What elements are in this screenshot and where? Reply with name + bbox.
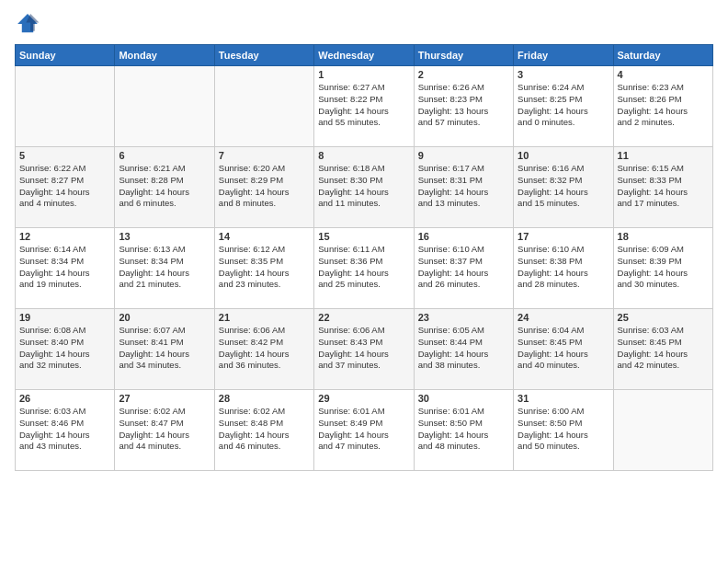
cell-line: and 21 minutes. [119, 279, 181, 289]
cell-line: Sunrise: 6:02 AM [219, 406, 285, 416]
cell-content: Sunrise: 6:26 AMSunset: 8:23 PMDaylight:… [418, 82, 509, 129]
weekday-header: Thursday [414, 45, 513, 66]
cell-content: Sunrise: 6:06 AMSunset: 8:43 PMDaylight:… [318, 325, 409, 372]
cell-line: Daylight: 14 hours [618, 349, 688, 359]
calendar-cell: 9Sunrise: 6:17 AMSunset: 8:31 PMDaylight… [414, 147, 513, 228]
cell-line: Daylight: 13 hours [418, 106, 489, 116]
calendar-week-row: 19Sunrise: 6:08 AMSunset: 8:40 PMDayligh… [16, 309, 713, 390]
day-number: 15 [318, 231, 409, 242]
cell-line: and 47 minutes. [318, 441, 381, 451]
cell-line: and 43 minutes. [19, 441, 82, 451]
day-number: 24 [518, 312, 609, 323]
day-number: 9 [418, 150, 509, 161]
cell-line: and 46 minutes. [219, 441, 281, 451]
cell-line: Sunset: 8:32 PM [518, 175, 582, 185]
cell-line: Daylight: 14 hours [219, 268, 290, 278]
cell-line: Sunrise: 6:17 AM [418, 163, 484, 173]
cell-line: Sunrise: 6:11 AM [318, 244, 384, 254]
cell-line: Sunrise: 6:08 AM [19, 325, 85, 335]
day-number: 16 [418, 231, 509, 242]
cell-content: Sunrise: 6:01 AMSunset: 8:49 PMDaylight:… [318, 406, 409, 453]
cell-line: Sunset: 8:40 PM [19, 337, 84, 347]
day-number: 23 [418, 312, 509, 323]
calendar-cell: 19Sunrise: 6:08 AMSunset: 8:40 PMDayligh… [16, 309, 115, 390]
day-number: 28 [219, 393, 310, 404]
calendar-week-row: 26Sunrise: 6:03 AMSunset: 8:46 PMDayligh… [16, 390, 713, 471]
day-number: 21 [219, 312, 310, 323]
day-number: 18 [618, 231, 709, 242]
day-number: 8 [318, 150, 409, 161]
calendar-cell: 2Sunrise: 6:26 AMSunset: 8:23 PMDaylight… [414, 66, 513, 147]
cell-line: Sunset: 8:26 PM [618, 94, 682, 104]
calendar-cell: 11Sunrise: 6:15 AMSunset: 8:33 PMDayligh… [613, 147, 712, 228]
cell-line: Daylight: 14 hours [318, 106, 389, 116]
calendar-cell [16, 66, 115, 147]
cell-content: Sunrise: 6:11 AMSunset: 8:36 PMDaylight:… [318, 244, 409, 291]
cell-line: Sunset: 8:30 PM [318, 175, 382, 185]
cell-line: Sunrise: 6:24 AM [518, 82, 584, 92]
cell-line: Sunset: 8:39 PM [618, 256, 682, 266]
weekday-header: Sunday [16, 45, 115, 66]
logo-icon [15, 11, 40, 37]
cell-line: Sunrise: 6:20 AM [219, 163, 285, 173]
cell-content: Sunrise: 6:04 AMSunset: 8:45 PMDaylight:… [518, 325, 609, 372]
cell-line: and 42 minutes. [618, 360, 680, 370]
cell-line: and 4 minutes. [19, 198, 76, 208]
logo [15, 11, 44, 37]
day-number: 31 [518, 393, 609, 404]
calendar-cell: 22Sunrise: 6:06 AMSunset: 8:43 PMDayligh… [314, 309, 414, 390]
day-number: 7 [219, 150, 310, 161]
calendar-cell [214, 66, 313, 147]
cell-line: Sunset: 8:37 PM [418, 256, 483, 266]
cell-line: Sunset: 8:23 PM [418, 94, 483, 104]
cell-line: Daylight: 14 hours [418, 268, 489, 278]
calendar-cell: 24Sunrise: 6:04 AMSunset: 8:45 PMDayligh… [514, 309, 613, 390]
cell-line: Daylight: 14 hours [418, 187, 489, 197]
day-number: 6 [119, 150, 210, 161]
cell-line: Sunrise: 6:15 AM [618, 163, 684, 173]
cell-content: Sunrise: 6:16 AMSunset: 8:32 PMDaylight:… [518, 163, 609, 210]
calendar-body: 1Sunrise: 6:27 AMSunset: 8:22 PMDaylight… [16, 66, 713, 471]
cell-line: Sunset: 8:25 PM [518, 94, 582, 104]
weekday-header: Tuesday [214, 45, 313, 66]
cell-content: Sunrise: 6:07 AMSunset: 8:41 PMDaylight:… [119, 325, 210, 372]
cell-line: and 6 minutes. [119, 198, 176, 208]
cell-line: Daylight: 14 hours [518, 187, 588, 197]
cell-line: and 2 minutes. [618, 117, 675, 127]
weekday-header: Saturday [613, 45, 712, 66]
cell-line: Daylight: 14 hours [418, 349, 489, 359]
cell-line: Daylight: 14 hours [119, 349, 189, 359]
cell-line: Sunrise: 6:06 AM [219, 325, 285, 335]
day-number: 17 [518, 231, 609, 242]
cell-line: Sunrise: 6:07 AM [119, 325, 185, 335]
cell-line: Sunset: 8:49 PM [318, 418, 382, 428]
cell-line: Daylight: 14 hours [518, 106, 588, 116]
cell-content: Sunrise: 6:08 AMSunset: 8:40 PMDaylight:… [19, 325, 110, 372]
cell-line: Sunset: 8:38 PM [518, 256, 582, 266]
cell-line: Sunset: 8:43 PM [318, 337, 382, 347]
cell-content: Sunrise: 6:03 AMSunset: 8:46 PMDaylight:… [19, 406, 110, 453]
cell-line: Sunrise: 6:26 AM [418, 82, 484, 92]
calendar-cell: 7Sunrise: 6:20 AMSunset: 8:29 PMDaylight… [214, 147, 313, 228]
cell-content: Sunrise: 6:21 AMSunset: 8:28 PMDaylight:… [119, 163, 210, 210]
calendar-cell: 16Sunrise: 6:10 AMSunset: 8:37 PMDayligh… [414, 228, 513, 309]
cell-line: and 38 minutes. [418, 360, 481, 370]
cell-line: Daylight: 14 hours [19, 430, 90, 440]
header [15, 11, 713, 37]
weekday-header: Friday [514, 45, 613, 66]
cell-line: Sunrise: 6:04 AM [518, 325, 584, 335]
cell-line: and 0 minutes. [518, 117, 574, 127]
cell-line: Sunset: 8:45 PM [618, 337, 682, 347]
cell-line: Sunset: 8:44 PM [418, 337, 483, 347]
weekday-header: Monday [115, 45, 214, 66]
day-number: 4 [618, 69, 709, 80]
cell-content: Sunrise: 6:01 AMSunset: 8:50 PMDaylight:… [418, 406, 509, 453]
cell-line: Sunset: 8:46 PM [19, 418, 84, 428]
cell-line: Daylight: 14 hours [119, 268, 189, 278]
day-number: 2 [418, 69, 509, 80]
cell-content: Sunrise: 6:27 AMSunset: 8:22 PMDaylight:… [318, 82, 409, 129]
cell-content: Sunrise: 6:10 AMSunset: 8:37 PMDaylight:… [418, 244, 509, 291]
cell-line: and 11 minutes. [318, 198, 381, 208]
calendar-cell [115, 66, 214, 147]
cell-line: Daylight: 14 hours [219, 187, 290, 197]
